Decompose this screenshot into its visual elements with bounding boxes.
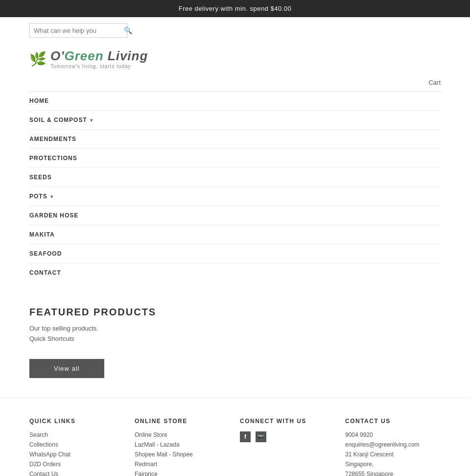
footer-contact-heading: CONTACT US [345, 418, 441, 425]
banner-text: Free delivery with min. spend $40.00 [179, 5, 291, 12]
logo-text: O'Green Living Tomorrow's living, starts… [50, 48, 148, 69]
logo-main-text: O'Green Living [50, 48, 148, 64]
header-top: Cart [0, 79, 470, 91]
chevron-down-icon: ▾ [90, 118, 93, 123]
footer-contact: CONTACT US 9004 9920 enquiries@ogreenliv… [345, 418, 441, 476]
nav-item-seeds[interactable]: SEEDS [29, 168, 441, 187]
footer: QUICK LINKS Search Collections WhatsApp … [0, 398, 470, 476]
search-bar-container: 🔍 [0, 17, 470, 44]
featured-section: FEATURED PRODUCTS Our top selling produc… [0, 282, 470, 398]
nav-item-seafood[interactable]: SEAFOOD [29, 244, 441, 263]
nav-item-pots[interactable]: POTS ▾ [29, 187, 441, 206]
logo[interactable]: 🌿 O'Green Living Tomorrow's living, star… [29, 48, 441, 69]
footer-link-fairprice[interactable]: Fairprice [135, 471, 230, 476]
nav-item-soil[interactable]: SOIL & COMPOST ▾ [29, 111, 441, 130]
logo-icon: 🌿 [29, 51, 47, 67]
nav-item-amendments[interactable]: AMENDMENTS [29, 130, 441, 149]
cart-link[interactable]: Cart [428, 79, 441, 86]
social-icons: f 📷 [240, 431, 335, 442]
featured-description-1: Our top selling products. [29, 324, 441, 334]
footer-link-redmart[interactable]: Redmart [135, 461, 230, 468]
featured-description-2: Quick Shortcuts [29, 334, 441, 344]
nav-label-home: HOME [29, 97, 49, 104]
footer-link-whatsapp[interactable]: WhatsApp Chat [29, 451, 125, 458]
search-bar: 🔍 [29, 23, 127, 38]
nav-label-protections: PROTECTIONS [29, 155, 77, 162]
nav-item-garden-hose[interactable]: GARDEN HOSE [29, 206, 441, 225]
footer-link-shopee[interactable]: Shopee Mall - Shopee [135, 451, 230, 458]
nav-label-garden-hose: GARDEN HOSE [29, 212, 78, 219]
nav-item-contact[interactable]: CONTACT [29, 263, 441, 282]
footer-connect: CONNECT WITH US f 📷 [240, 418, 335, 476]
footer-contact-phone: 9004 9920 [345, 431, 441, 438]
nav-label-amendments: AMENDMENTS [29, 136, 76, 143]
footer-quick-links-heading: QUICK LINKS [29, 418, 125, 425]
footer-quick-links: QUICK LINKS Search Collections WhatsApp … [29, 418, 125, 476]
logo-subtitle: Tomorrow's living, starts today [50, 64, 148, 69]
logo-area: 🌿 O'Green Living Tomorrow's living, star… [0, 44, 470, 79]
view-all-button[interactable]: View all [29, 359, 104, 378]
footer-contact-address1: 31 Kranji Crescent [345, 451, 441, 458]
footer-online-store: ONLINE STORE Online Store LazMall - Laza… [135, 418, 230, 476]
footer-contact-email: enquiries@ogreenliving.com [345, 441, 441, 448]
featured-title: FEATURED PRODUCTS [29, 307, 441, 318]
nav-label-seeds: SEEDS [29, 174, 52, 181]
facebook-icon[interactable]: f [240, 431, 251, 442]
footer-connect-heading: CONNECT WITH US [240, 418, 335, 425]
nav-item-protections[interactable]: PROTECTIONS [29, 149, 441, 168]
top-banner: Free delivery with min. spend $40.00 [0, 0, 470, 17]
footer-contact-address2: Singapore, [345, 461, 441, 468]
nav-item-makita[interactable]: MAKITA [29, 225, 441, 244]
nav-menu: HOME SOIL & COMPOST ▾ AMENDMENTS PROTECT… [0, 92, 470, 282]
footer-link-search[interactable]: Search [29, 431, 125, 438]
footer-contact-address3: 728655 Singapore [345, 471, 441, 476]
footer-link-contact-us[interactable]: Contact Us [29, 471, 125, 476]
chevron-down-icon-pots: ▾ [50, 194, 53, 199]
footer-link-collections[interactable]: Collections [29, 441, 125, 448]
nav-label-pots: POTS [29, 193, 47, 200]
nav-label-contact: CONTACT [29, 269, 61, 276]
footer-online-store-heading: ONLINE STORE [135, 418, 230, 425]
footer-link-lazada[interactable]: LazMall - Lazada [135, 441, 230, 448]
footer-grid: QUICK LINKS Search Collections WhatsApp … [29, 418, 441, 476]
nav-label-makita: MAKITA [29, 231, 55, 238]
instagram-icon[interactable]: 📷 [256, 431, 266, 442]
footer-link-d2d[interactable]: D2D Orders [29, 461, 125, 468]
search-input[interactable] [30, 24, 120, 37]
search-button[interactable]: 🔍 [120, 24, 136, 37]
nav-label-seafood: SEAFOOD [29, 250, 62, 257]
nav-label-soil: SOIL & COMPOST [29, 117, 87, 123]
nav-item-home[interactable]: HOME [29, 92, 441, 111]
footer-link-online-store[interactable]: Online Store [135, 431, 230, 438]
